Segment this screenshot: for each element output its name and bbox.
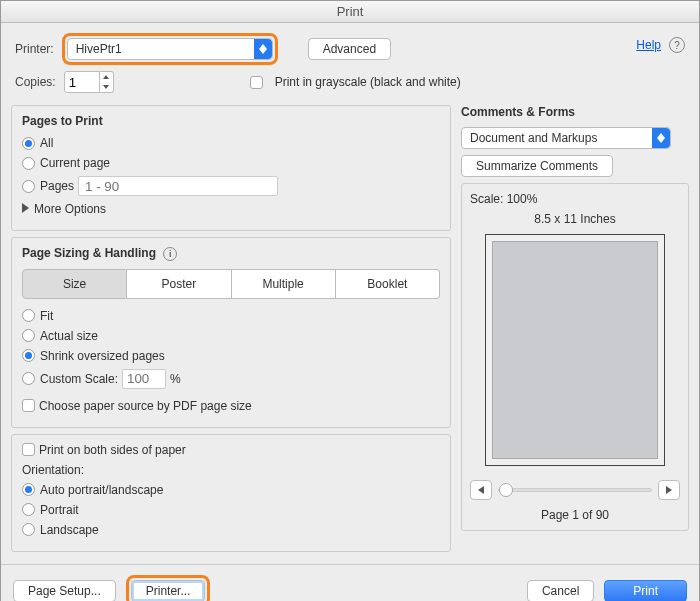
pages-range-label: Pages (40, 179, 74, 193)
printer-value: HivePtr1 (76, 42, 122, 56)
orient-auto-radio[interactable] (22, 483, 35, 496)
fit-label: Fit (40, 309, 53, 323)
select-arrows-icon (652, 128, 670, 148)
printer-label: Printer: (15, 42, 54, 56)
copies-stepper[interactable] (100, 71, 114, 93)
orientation-header: Orientation: (22, 463, 440, 477)
svg-marker-6 (657, 138, 665, 143)
sizing-header: Page Sizing & Handling i (22, 246, 440, 261)
grayscale-label: Print in grayscale (black and white) (275, 75, 461, 89)
percent-label: % (170, 372, 181, 386)
comments-value: Document and Markups (470, 131, 597, 145)
prev-page-button[interactable] (470, 480, 492, 500)
custom-scale-input[interactable] (122, 369, 166, 389)
actual-label: Actual size (40, 329, 98, 343)
comments-header: Comments & Forms (461, 105, 689, 119)
svg-marker-3 (103, 85, 109, 89)
duplex-checkbox[interactable] (22, 443, 35, 456)
copies-input[interactable] (64, 71, 100, 93)
choose-paper-label: Choose paper source by PDF page size (39, 399, 252, 413)
more-options-label[interactable]: More Options (34, 202, 106, 216)
svg-marker-7 (478, 486, 484, 494)
shrink-radio[interactable] (22, 349, 35, 362)
dims-label: 8.5 x 11 Inches (534, 212, 615, 226)
print-button[interactable]: Print (604, 580, 687, 601)
scale-label: Scale: 100% (470, 192, 537, 206)
select-arrows-icon (254, 39, 272, 59)
printer-highlight: HivePtr1 (62, 33, 278, 65)
choose-paper-checkbox[interactable] (22, 399, 35, 412)
page-preview (485, 234, 665, 466)
orientation-panel: Print on both sides of paper Orientation… (11, 434, 451, 552)
seg-multiple[interactable]: Multiple (232, 269, 336, 299)
pages-current-label: Current page (40, 156, 110, 170)
orient-portrait-label: Portrait (40, 503, 79, 517)
slider-knob[interactable] (499, 483, 513, 497)
sizing-segment: Size Poster Multiple Booklet (22, 269, 440, 299)
comments-section: Comments & Forms Document and Markups Su… (461, 105, 689, 177)
custom-label: Custom Scale: (40, 372, 118, 386)
seg-poster[interactable]: Poster (127, 269, 231, 299)
more-options-disclosure-icon[interactable] (22, 202, 30, 216)
printer-select[interactable]: HivePtr1 (67, 38, 273, 60)
svg-marker-1 (259, 49, 267, 54)
actual-radio[interactable] (22, 329, 35, 342)
help-icon[interactable]: ? (669, 37, 685, 53)
cancel-button[interactable]: Cancel (527, 580, 594, 601)
pages-range-radio[interactable] (22, 180, 35, 193)
printer-button[interactable]: Printer... (131, 580, 206, 601)
page-setup-button[interactable]: Page Setup... (13, 580, 116, 601)
grayscale-checkbox[interactable] (250, 76, 263, 89)
pages-panel: Pages to Print All Current page Pages Mo… (11, 105, 451, 231)
window-title: Print (1, 1, 699, 23)
orient-landscape-label: Landscape (40, 523, 99, 537)
svg-marker-8 (666, 486, 672, 494)
preview-area: Scale: 100% 8.5 x 11 Inches Page (461, 183, 689, 531)
print-dialog: Print Help ? Printer: HivePtr1 Advanced … (0, 0, 700, 601)
pages-header: Pages to Print (22, 114, 440, 128)
orient-auto-label: Auto portrait/landscape (40, 483, 163, 497)
advanced-button[interactable]: Advanced (308, 38, 391, 60)
duplex-label: Print on both sides of paper (39, 443, 186, 457)
comments-select[interactable]: Document and Markups (461, 127, 671, 149)
fit-radio[interactable] (22, 309, 35, 322)
copies-label: Copies: (15, 75, 56, 89)
page-of-label: Page 1 of 90 (541, 508, 609, 522)
top-section: Printer: HivePtr1 Advanced Copies: (1, 23, 699, 105)
pages-all-radio[interactable] (22, 137, 35, 150)
svg-marker-2 (103, 75, 109, 79)
shrink-label: Shrink oversized pages (40, 349, 165, 363)
pages-all-label: All (40, 136, 53, 150)
orient-portrait-radio[interactable] (22, 503, 35, 516)
summarize-button[interactable]: Summarize Comments (461, 155, 613, 177)
help-link[interactable]: Help (636, 38, 661, 52)
pages-current-radio[interactable] (22, 157, 35, 170)
sizing-panel: Page Sizing & Handling i Size Poster Mul… (11, 237, 451, 428)
orient-landscape-radio[interactable] (22, 523, 35, 536)
footer: Page Setup... Printer... Cancel Print (1, 564, 699, 601)
svg-marker-4 (22, 203, 29, 213)
next-page-button[interactable] (658, 480, 680, 500)
info-icon[interactable]: i (163, 247, 177, 261)
pages-range-input[interactable] (78, 176, 278, 196)
printer-button-highlight: Printer... (126, 575, 211, 601)
custom-radio[interactable] (22, 372, 35, 385)
page-slider[interactable] (498, 488, 652, 492)
seg-size[interactable]: Size (22, 269, 127, 299)
seg-booklet[interactable]: Booklet (336, 269, 440, 299)
